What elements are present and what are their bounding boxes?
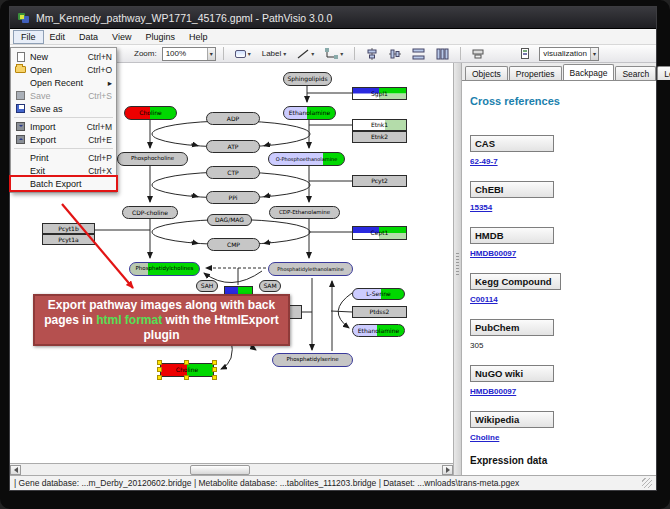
node-label: Sgpl1 [371,91,388,97]
chevron-down-icon: ▾ [283,50,286,57]
pathway-node-phosphatidylethanolamine[interactable]: Phosphatidylethanolamine [268,262,353,276]
pathway-node-ethanolamine-bottom[interactable]: Ethanolamine [352,324,405,337]
side-panel: ObjectsPropertiesBackpageSearchLegend Cr… [462,63,656,475]
selection-handle[interactable] [212,360,217,365]
selection-handle[interactable] [184,360,189,365]
pathway-node-adp[interactable]: ADP [206,112,260,125]
tab-search[interactable]: Search [615,66,656,80]
common-size-button[interactable] [468,46,488,61]
blank-icon [14,77,27,88]
node-label: Ptdss2 [370,309,390,315]
selection-handle[interactable] [212,375,217,380]
scroll-left-icon[interactable] [10,465,21,475]
crossref-link[interactable]: HMDB00097 [470,249,646,258]
node-label: Pcyt1b [58,226,78,232]
visualization-icon-button[interactable] [517,46,536,61]
label-template-button[interactable]: Label▾ [258,46,291,61]
canvas-horizontal-scrollbar[interactable] [10,463,453,475]
pathway-node-choline-selected[interactable]: Choline [160,363,214,377]
node-label: Choline [139,110,162,116]
pathway-node-choline-top[interactable]: Choline [124,106,177,120]
pathway-node-atp[interactable]: ATP [206,140,260,153]
line-tool-button[interactable]: ▾ [293,46,318,61]
selection-handle[interactable] [157,360,162,365]
resize-grip[interactable] [642,478,652,488]
visualization-combobox[interactable]: visualization ▾ [539,47,599,61]
crossref-section-nugo-wiki: NuGO wikiHMDB00097 [470,363,646,396]
pathway-node-pcyt1b[interactable]: Pcyt1b [42,223,95,234]
crossref-link[interactable]: 15354 [470,203,646,212]
menu-view[interactable]: View [105,31,138,43]
pathway-node-phosphatidylserine[interactable]: Phosphatidylserine [272,353,353,367]
file-menu-item-open[interactable]: OpenCtrl+O [11,63,116,76]
file-menu-item-new[interactable]: NewCtrl+N [11,50,116,63]
crossref-link[interactable]: Choline [470,433,646,442]
scrollbar-thumb[interactable] [190,465,250,475]
file-menu-item-batch-export[interactable]: Batch Export [11,177,116,190]
node-label: Phosphatidylcholines [135,266,193,272]
align-center-button[interactable] [362,46,382,61]
pathway-node-ethanolamine-top[interactable]: Ethanolamine [283,106,336,120]
scroll-right-icon[interactable] [442,465,453,475]
align-middle-button[interactable] [385,46,405,61]
pathway-node-sphingolipids[interactable]: Sphingolipids [283,72,332,86]
tab-objects[interactable]: Objects [465,66,508,80]
backpage-panel: Cross references CAS62-49-7ChEBI15354HMD… [462,80,656,475]
connector-tool-button[interactable]: ▾ [321,46,347,61]
distribute-vertical-button[interactable] [432,46,453,61]
pathway-node-sam[interactable]: SAM [259,280,281,292]
pathway-node-l-serine[interactable]: L-Serine [352,288,405,300]
node-label: CDP-Ethanolamine [279,210,330,216]
file-menu-item-import[interactable]: ImportCtrl+M [11,120,116,133]
zoom-combobox[interactable]: 100% ▾ [162,47,216,61]
distribute-horizontal-button[interactable] [408,46,429,61]
crossref-link[interactable]: 62-49-7 [470,157,646,166]
file-menu-item-print[interactable]: PrintCtrl+P [11,151,116,164]
pathway-node-pcyt2[interactable]: Pcyt2 [352,175,407,187]
panel-splitter[interactable] [454,63,462,475]
file-menu-item-exit[interactable]: ExitCtrl+X [11,164,116,177]
pathway-node-o-phosphoethanolamine[interactable]: O-Phosphoethanolamine [268,152,345,166]
menu-edit[interactable]: Edit [43,31,73,43]
pathway-node-cdp-ethanolamine[interactable]: CDP-Ethanolamine [269,206,340,219]
selection-handle[interactable] [157,367,162,372]
blank-icon [14,165,27,176]
pathway-node-cmp[interactable]: CMP [207,238,260,251]
datanode-template-button[interactable]: ▾ [231,46,255,61]
menu-data[interactable]: Data [72,31,105,43]
crossref-link[interactable]: C00114 [470,295,646,304]
crossref-link[interactable]: HMDB00097 [470,387,646,396]
tab-backpage[interactable]: Backpage [563,64,615,80]
pathway-node-etnk2[interactable]: Etnk2 [352,131,407,143]
menu-plugins[interactable]: Plugins [138,31,182,43]
pathway-node-sah[interactable]: SAH [196,280,218,292]
tab-legend[interactable]: Legend [657,66,670,80]
pathway-node-dag-mag[interactable]: DAG/MAG [207,214,252,226]
chevron-down-icon[interactable]: ▾ [590,48,598,60]
selection-handle[interactable] [184,375,189,380]
menu-file[interactable]: File [14,31,43,43]
menu-item-label: Open Recent [30,78,104,88]
chevron-down-icon[interactable]: ▾ [207,48,215,60]
pathway-node-ptdss2[interactable]: Ptdss2 [352,306,407,318]
selection-handle[interactable] [212,367,217,372]
node-label: Ethanolamine [358,328,399,334]
file-menu-item-export[interactable]: ExportCtrl+E [11,133,116,146]
file-menu-item-open-recent[interactable]: Open Recent▸ [11,76,116,89]
pathway-node-cept1[interactable]: Cept1 [352,226,407,240]
selection-handle[interactable] [157,375,162,380]
menu-help[interactable]: Help [182,31,215,43]
title-bar[interactable]: Mm_Kennedy_pathway_WP1771_45176.gpml - P… [10,7,656,29]
pathway-node-cdp-choline[interactable]: CDP-choline [122,206,178,219]
file-menu-item-save-as[interactable]: Save as [11,102,116,115]
pathway-node-pcyt1a[interactable]: Pcyt1a [42,234,95,245]
pathway-node-sgpl1[interactable]: Sgpl1 [352,87,407,100]
pathway-node-etnk1[interactable]: Etnk1 [352,119,407,131]
crossref-section-hmdb: HMDBHMDB00097 [470,225,646,258]
pathway-node-phosphatidylcholines[interactable]: Phosphatidylcholines [129,262,200,276]
pathway-node-phosphocholine[interactable]: Phosphocholine [117,152,188,166]
pathway-node-ppi[interactable]: PPi [206,191,260,204]
pathway-node-ctp[interactable]: CTP [206,166,260,179]
tab-properties[interactable]: Properties [509,66,562,80]
file-menu-item-save[interactable]: SaveCtrl+S [11,89,116,102]
